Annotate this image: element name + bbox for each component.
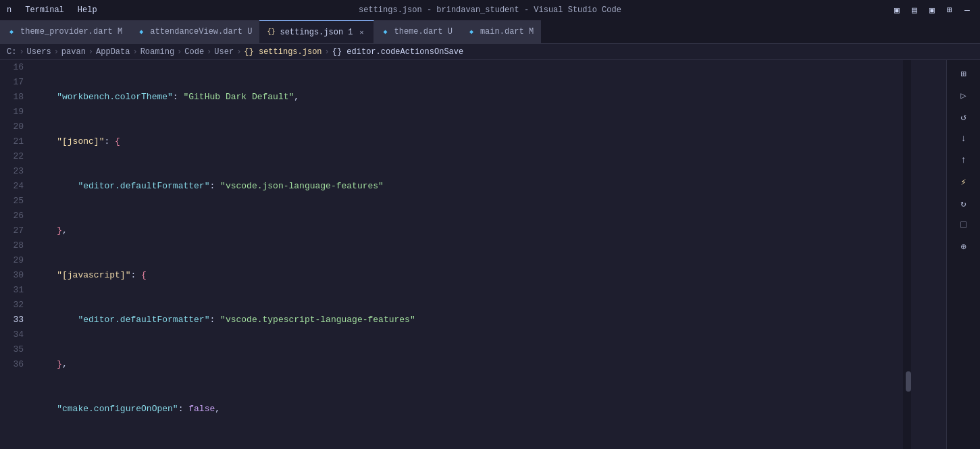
scroll-thumb[interactable] — [906, 371, 911, 392]
code-line-17: "[jsonc]": { — [36, 134, 946, 149]
ln-34: 34 — [0, 327, 24, 342]
json-icon: {} — [266, 28, 276, 37]
menu-item-terminal[interactable]: Terminal — [25, 5, 64, 15]
code-line-24: "[json]": { — [36, 446, 946, 449]
window-btn-4[interactable]: ⊞ — [944, 4, 956, 16]
window-title: settings.json - brindavan_student - Visu… — [359, 5, 621, 15]
dart-icon: ◆ — [7, 27, 16, 36]
menu-bar: n Terminal Help — [7, 5, 97, 15]
rotate-icon[interactable]: ↻ — [954, 194, 974, 213]
ln-22: 22 — [0, 149, 24, 164]
scrollbar[interactable] — [903, 60, 911, 449]
window-btn-2[interactable]: ▤ — [908, 4, 921, 16]
ln-23: 23 — [0, 164, 24, 179]
ln-30: 30 — [0, 268, 24, 283]
code-line-18: "editor.defaultFormatter": "vscode.json-… — [36, 179, 946, 194]
tab-label-3: settings.json 1 — [280, 28, 353, 37]
breadcrumb-file[interactable]: {} settings.json — [244, 47, 321, 57]
code-line-20: "[javascript]": { — [36, 268, 946, 283]
ln-29: 29 — [0, 253, 24, 268]
refresh-icon[interactable]: ↺ — [954, 107, 974, 126]
ln-36: 36 — [0, 357, 24, 372]
breadcrumb-appdata[interactable]: AppData — [96, 47, 130, 57]
ln-31: 31 — [0, 283, 24, 298]
ln-24: 24 — [0, 179, 24, 194]
code-line-23: "cmake.configureOnOpen": false, — [36, 402, 946, 417]
ln-20: 20 — [0, 120, 24, 134]
ln-27: 27 — [0, 223, 24, 238]
code-line-16: "workbench.colorTheme": "GitHub Dark Def… — [36, 90, 946, 105]
breadcrumb-c[interactable]: C: — [7, 47, 16, 57]
main-area: 16 17 18 19 20 21 22 23 24 25 26 27 28 2… — [0, 60, 980, 449]
search-icon[interactable]: ⊕ — [954, 237, 974, 256]
breadcrumb-section[interactable]: {} editor.codeActionsOnSave — [332, 47, 463, 57]
editor[interactable]: 16 17 18 19 20 21 22 23 24 25 26 27 28 2… — [0, 60, 946, 449]
breadcrumb-roaming[interactable]: Roaming — [140, 47, 174, 57]
menu-item-help[interactable]: Help — [78, 5, 97, 15]
breadcrumb: C: › Users › pavan › AppData › Roaming ›… — [0, 44, 980, 60]
code-line-21: "editor.defaultFormatter": "vscode.types… — [36, 313, 946, 327]
tab-attendance-view[interactable]: ◆ attendanceView.dart U — [130, 20, 259, 43]
window-btn-3[interactable]: ▣ — [926, 4, 938, 16]
tab-label-4: theme.dart U — [394, 27, 453, 36]
menu-item-n[interactable]: n — [7, 5, 11, 15]
code-area[interactable]: "workbench.colorTheme": "GitHub Dark Def… — [30, 60, 946, 449]
dart-icon-4: ◆ — [467, 27, 476, 36]
dart-icon-2: ◆ — [136, 27, 146, 36]
tab-label-2: attendanceView.dart U — [150, 27, 252, 36]
ln-25: 25 — [0, 194, 24, 209]
ln-16: 16 — [0, 60, 24, 75]
tab-bar: ◆ theme_provider.dart M ◆ attendanceView… — [0, 20, 980, 44]
line-numbers: 16 17 18 19 20 21 22 23 24 25 26 27 28 2… — [0, 60, 30, 449]
tab-settings-json[interactable]: {} settings.json 1 ✕ — [259, 20, 373, 43]
editor-content: 16 17 18 19 20 21 22 23 24 25 26 27 28 2… — [0, 60, 946, 449]
breadcrumb-user[interactable]: User — [214, 47, 234, 57]
window-btn-1[interactable]: ▣ — [891, 4, 903, 16]
ln-17: 17 — [0, 75, 24, 90]
ln-26: 26 — [0, 209, 24, 223]
title-bar: n Terminal Help settings.json - brindava… — [0, 0, 980, 20]
ln-32: 32 — [0, 298, 24, 313]
tab-close-btn[interactable]: ✕ — [357, 28, 367, 37]
breadcrumb-users[interactable]: Users — [27, 47, 51, 57]
square-icon[interactable]: □ — [954, 215, 974, 234]
code-line-22: }, — [36, 357, 946, 372]
tab-theme-provider[interactable]: ◆ theme_provider.dart M — [0, 20, 130, 43]
zap-icon[interactable]: ⚡ — [954, 172, 974, 191]
window-controls: ▣ ▤ ▣ ⊞ — — [891, 4, 973, 16]
play-icon[interactable]: ▷ — [954, 86, 974, 105]
breadcrumb-pavan[interactable]: pavan — [61, 47, 86, 57]
grid-icon[interactable]: ⊞ — [954, 64, 974, 83]
tab-theme-dart[interactable]: ◆ theme.dart U — [374, 20, 460, 43]
tab-main-dart[interactable]: ◆ main.dart M — [460, 20, 541, 43]
ln-33: 33 — [0, 313, 24, 327]
ln-21: 21 — [0, 134, 24, 149]
arrow-down-icon[interactable]: ↓ — [954, 129, 974, 148]
ln-18: 18 — [0, 90, 24, 105]
arrow-up-icon[interactable]: ↑ — [954, 151, 974, 169]
window-close-btn[interactable]: — — [961, 4, 973, 16]
dart-icon-3: ◆ — [381, 27, 390, 36]
breadcrumb-code[interactable]: Code — [184, 47, 204, 57]
ln-35: 35 — [0, 342, 24, 357]
tab-label-5: main.dart M — [480, 27, 534, 36]
code-line-19: }, — [36, 223, 946, 238]
ln-19: 19 — [0, 105, 24, 120]
ln-28: 28 — [0, 238, 24, 253]
right-toolbar: ⊞ ▷ ↺ ↓ ↑ ⚡ ↻ □ ⊕ — [946, 60, 980, 449]
tab-label: theme_provider.dart M — [20, 27, 122, 36]
